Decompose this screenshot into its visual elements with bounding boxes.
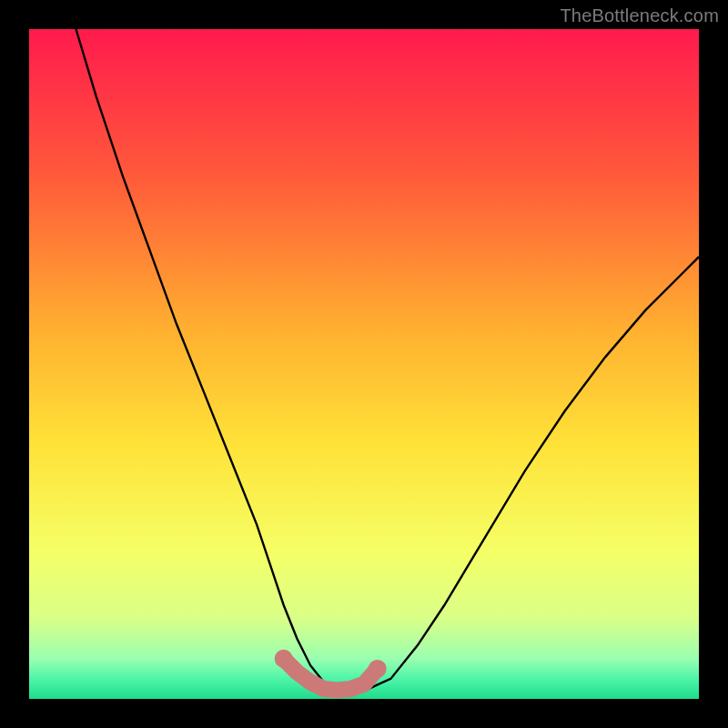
watermark-text: TheBottleneck.com: [560, 5, 719, 26]
gradient-background: [29, 29, 699, 699]
chart-svg: [29, 29, 699, 699]
sweet-spot-start-dot: [275, 650, 293, 668]
plot-area: [29, 29, 699, 699]
chart-frame: TheBottleneck.com: [0, 0, 728, 728]
sweet-spot-end-dot: [369, 660, 387, 678]
